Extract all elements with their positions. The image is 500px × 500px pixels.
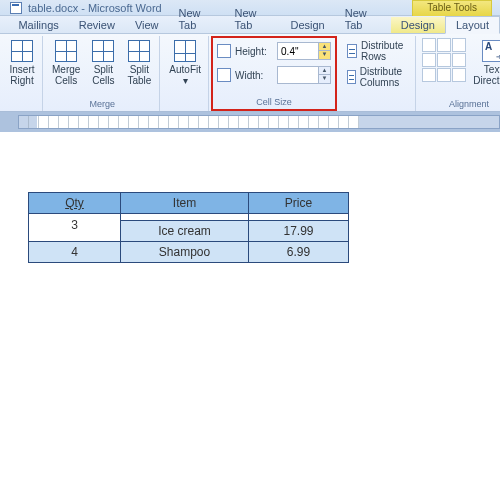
header-item-cell[interactable]: Item <box>121 193 249 214</box>
group-cell-size: Height: ▲▼ Width: ▲▼ Cell Size <box>211 36 337 111</box>
distribute-rows-label: Distribute Rows <box>361 40 407 62</box>
merge-group-label: Merge <box>49 98 155 111</box>
width-spinner[interactable]: ▲▼ <box>277 66 331 84</box>
align-bc-button[interactable] <box>437 68 451 82</box>
cell-qty[interactable]: 3 <box>29 214 121 242</box>
tab-review[interactable]: Review <box>69 17 125 33</box>
cell-qty[interactable]: 4 <box>29 242 121 263</box>
height-icon <box>217 44 231 58</box>
word-doc-icon <box>10 2 22 14</box>
align-br-button[interactable] <box>452 68 466 82</box>
distribute-rows-button[interactable]: Distribute Rows <box>347 40 407 62</box>
height-spinner[interactable]: ▲▼ <box>277 42 331 60</box>
alignment-group-label: Alignment <box>422 98 500 111</box>
text-direction-icon: A➔ <box>482 40 500 62</box>
insert-right-label: InsertRight <box>9 64 34 86</box>
tab-table-design[interactable]: Design <box>391 17 445 33</box>
ribbon: InsertRight MergeCells SplitCells SplitT… <box>0 34 500 112</box>
horizontal-ruler[interactable] <box>18 115 500 129</box>
distribute-rows-icon <box>347 44 357 58</box>
document-page: Qty Item Price 3 Ice cream 17.99 4 Shamp… <box>0 132 500 263</box>
text-direction-button[interactable]: A➔ TextDirection <box>470 38 500 88</box>
split-cells-label: SplitCells <box>92 64 114 86</box>
height-label: Height: <box>235 46 273 57</box>
document-table[interactable]: Qty Item Price 3 Ice cream 17.99 4 Shamp… <box>28 192 349 263</box>
distribute-columns-label: Distribute Columns <box>360 66 408 88</box>
split-table-button[interactable]: SplitTable <box>123 38 155 88</box>
distribute-columns-button[interactable]: Distribute Columns <box>347 66 407 88</box>
width-input[interactable] <box>278 70 318 81</box>
align-ml-button[interactable] <box>422 53 436 67</box>
split-table-icon <box>128 40 150 62</box>
tab-new-3[interactable]: New Tab <box>335 5 391 33</box>
group-distribute: Distribute Rows Distribute Columns <box>339 36 416 111</box>
cell-item[interactable]: Ice cream <box>121 221 249 242</box>
width-label: Width: <box>235 70 273 81</box>
table-header-row[interactable]: Qty Item Price <box>29 193 349 214</box>
alignment-grid <box>422 38 466 82</box>
tab-design[interactable]: Design <box>281 17 335 33</box>
merge-cells-icon <box>55 40 77 62</box>
text-direction-label: TextDirection <box>473 64 500 86</box>
align-tc-button[interactable] <box>437 38 451 52</box>
ribbon-tab-strip: Mailings Review View New Tab New Tab Des… <box>0 16 500 34</box>
tab-new-1[interactable]: New Tab <box>169 5 225 33</box>
table-row[interactable]: 3 <box>29 214 349 221</box>
cell-size-group-label: Cell Size <box>217 96 331 109</box>
table-row[interactable]: 4 Shampoo 6.99 <box>29 242 349 263</box>
distribute-columns-icon <box>347 70 356 84</box>
autofit-icon <box>174 40 196 62</box>
align-tr-button[interactable] <box>452 38 466 52</box>
height-up-button[interactable]: ▲ <box>318 43 330 51</box>
group-autofit: AutoFit▾ <box>162 36 209 111</box>
cell-price-blank[interactable] <box>249 214 349 221</box>
align-tl-button[interactable] <box>422 38 436 52</box>
width-down-button[interactable]: ▼ <box>318 75 330 83</box>
split-cells-icon <box>92 40 114 62</box>
document-title: table.docx - Microsoft Word <box>28 2 162 14</box>
align-mc-button[interactable] <box>437 53 451 67</box>
group-merge: MergeCells SplitCells SplitTable Merge <box>45 36 160 111</box>
width-up-button[interactable]: ▲ <box>318 67 330 75</box>
height-down-button[interactable]: ▼ <box>318 51 330 59</box>
group-rows-cols: InsertRight <box>2 36 43 111</box>
merge-cells-label: MergeCells <box>52 64 80 86</box>
align-bl-button[interactable] <box>422 68 436 82</box>
autofit-label: AutoFit▾ <box>169 64 201 86</box>
header-price-cell[interactable]: Price <box>249 193 349 214</box>
tab-view[interactable]: View <box>125 17 169 33</box>
cell-price[interactable]: 6.99 <box>249 242 349 263</box>
header-qty-cell[interactable]: Qty <box>29 193 121 214</box>
split-table-label: SplitTable <box>127 64 151 86</box>
tab-table-layout[interactable]: Layout <box>445 16 500 34</box>
tab-new-2[interactable]: New Tab <box>225 5 281 33</box>
merge-cells-button[interactable]: MergeCells <box>49 38 83 88</box>
cell-item[interactable]: Shampoo <box>121 242 249 263</box>
tab-mailings[interactable]: Mailings <box>8 17 68 33</box>
ruler-area <box>0 112 500 132</box>
insert-right-icon <box>11 40 33 62</box>
split-cells-button[interactable]: SplitCells <box>87 38 119 88</box>
height-input[interactable] <box>278 46 318 57</box>
autofit-button[interactable]: AutoFit▾ <box>166 38 204 88</box>
table-tools-contextual-header: Table Tools <box>412 0 492 16</box>
group-alignment: A➔ TextDirection Alignment <box>418 36 500 111</box>
align-mr-button[interactable] <box>452 53 466 67</box>
insert-right-button[interactable]: InsertRight <box>6 38 38 88</box>
cell-price[interactable]: 17.99 <box>249 221 349 242</box>
width-icon <box>217 68 231 82</box>
cell-item-blank[interactable] <box>121 214 249 221</box>
